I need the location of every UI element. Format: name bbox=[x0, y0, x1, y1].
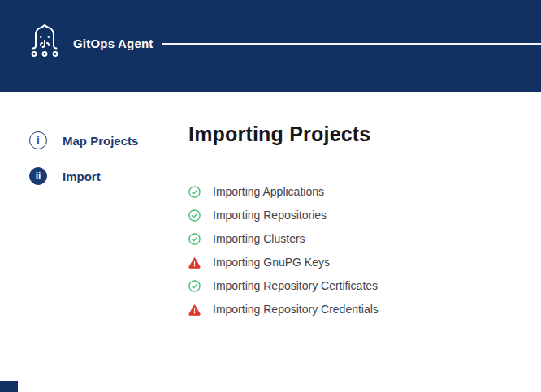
import-status-label: Importing Clusters bbox=[213, 232, 305, 245]
page-title: Importing Projects bbox=[188, 123, 541, 146]
import-status-row: Importing Repository Certificates bbox=[188, 274, 541, 298]
import-status-row: Importing GnuPG Keys bbox=[188, 251, 541, 274]
brand-title: GitOps Agent bbox=[73, 37, 154, 50]
import-status-row: Importing Clusters bbox=[188, 227, 541, 251]
import-status-row: Importing Repository Credentials bbox=[188, 298, 541, 321]
import-status-label: Importing Repositories bbox=[213, 209, 327, 222]
import-status-list: Importing Applications Importing Reposit… bbox=[188, 180, 541, 321]
check-circle-icon bbox=[188, 209, 201, 222]
check-circle-icon bbox=[188, 186, 201, 198]
wizard-stepper: i Map Projects ii Import bbox=[0, 92, 188, 203]
page-content: i Map Projects ii Import Importing Proje… bbox=[0, 92, 541, 321]
import-status-row: Importing Repositories bbox=[188, 204, 541, 227]
check-circle-icon bbox=[188, 280, 201, 292]
warning-triangle-icon bbox=[188, 256, 201, 269]
step-number-badge: i bbox=[29, 131, 47, 149]
corner-fragment bbox=[0, 381, 18, 392]
warning-triangle-icon bbox=[188, 304, 201, 316]
import-status-label: Importing Repository Credentials bbox=[213, 303, 379, 316]
step-label: Map Projects bbox=[63, 134, 138, 148]
import-status-label: Importing Applications bbox=[213, 185, 324, 198]
stepper-item-map-projects[interactable]: i Map Projects bbox=[29, 131, 188, 149]
check-circle-icon bbox=[188, 233, 201, 245]
import-status-row: Importing Applications bbox=[188, 180, 541, 204]
import-panel: Importing Projects Importing Application… bbox=[188, 92, 541, 321]
step-number-badge: ii bbox=[29, 167, 47, 185]
header-divider bbox=[162, 43, 541, 45]
title-divider bbox=[188, 157, 541, 157]
step-label: Import bbox=[63, 170, 101, 183]
import-status-label: Importing Repository Certificates bbox=[213, 279, 378, 292]
import-status-label: Importing GnuPG Keys bbox=[213, 256, 330, 269]
stepper-item-import[interactable]: ii Import bbox=[29, 167, 188, 185]
app-header: GitOps Agent bbox=[0, 0, 541, 92]
argo-octopus-icon bbox=[28, 24, 61, 62]
